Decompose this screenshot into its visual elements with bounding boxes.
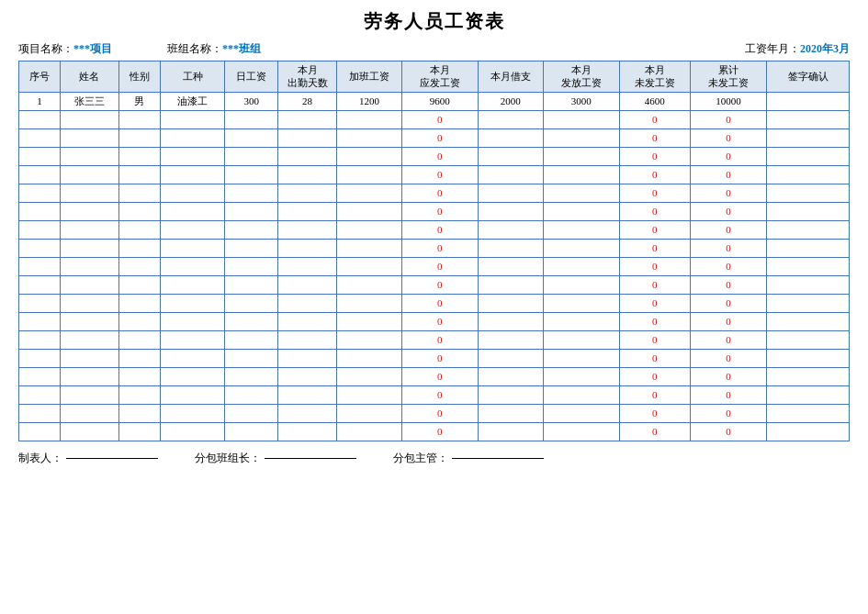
- cell-empty: [60, 385, 118, 404]
- cell-gender: 男: [118, 92, 160, 110]
- cell-empty: [225, 239, 278, 257]
- project-value: ***项目: [73, 41, 112, 57]
- cell-empty: [278, 404, 337, 422]
- cell-empty: [60, 220, 118, 239]
- cell-empty: [479, 239, 544, 257]
- cell-empty: [60, 184, 118, 202]
- cell-empty: [337, 184, 402, 202]
- cell-empty: [19, 330, 61, 349]
- cell-empty: [19, 202, 61, 220]
- table-row: 000: [19, 330, 850, 349]
- cell-zero: 0: [401, 257, 478, 275]
- cell-empty: [19, 275, 61, 294]
- cell-empty: [225, 110, 278, 128]
- cell-empty: [60, 257, 118, 275]
- cell-empty: [278, 184, 337, 202]
- cell-empty: [543, 202, 619, 220]
- cell-empty: [543, 110, 619, 128]
- cell-empty: [278, 202, 337, 220]
- cell-seq: 1: [19, 92, 61, 110]
- table-row: 000: [19, 257, 850, 275]
- cell-empty: [118, 257, 160, 275]
- cell-empty: [767, 330, 850, 349]
- cell-advance: 2000: [479, 92, 544, 110]
- cell-zero: 0: [619, 165, 690, 184]
- cell-empty: [543, 147, 619, 165]
- cell-empty: [543, 330, 619, 349]
- cell-empty: [479, 312, 544, 330]
- cell-empty: [225, 349, 278, 367]
- table-row: 000: [19, 128, 850, 147]
- cell-zero: 0: [690, 404, 766, 422]
- table-row: 000: [19, 349, 850, 367]
- cell-empty: [337, 165, 402, 184]
- cell-zero: 0: [619, 385, 690, 404]
- cell-empty: [118, 367, 160, 385]
- cell-zero: 0: [401, 312, 478, 330]
- cell-empty: [767, 257, 850, 275]
- cell-empty: [19, 220, 61, 239]
- cell-empty: [118, 330, 160, 349]
- cell-empty: [19, 367, 61, 385]
- cell-zero: 0: [401, 202, 478, 220]
- col-name: 姓名: [60, 61, 118, 93]
- cell-empty: [225, 128, 278, 147]
- cell-empty: [479, 128, 544, 147]
- cell-empty: [60, 275, 118, 294]
- cell-empty: [543, 184, 619, 202]
- table-row: 000: [19, 220, 850, 239]
- cell-zero: 0: [619, 404, 690, 422]
- cell-zero: 0: [401, 422, 478, 441]
- cell-empty: [479, 349, 544, 367]
- cell-empty: [543, 239, 619, 257]
- cell-zero: 0: [401, 294, 478, 312]
- cell-empty: [543, 367, 619, 385]
- cell-zero: 0: [401, 184, 478, 202]
- cell-daily-wage: 300: [225, 92, 278, 110]
- cell-empty: [19, 110, 61, 128]
- cell-zero: 0: [690, 110, 766, 128]
- cell-empty: [337, 110, 402, 128]
- cell-empty: [160, 220, 225, 239]
- col-unpaid-total: 累计未发工资: [690, 61, 766, 93]
- cell-empty: [160, 385, 225, 404]
- cell-empty: [337, 239, 402, 257]
- cell-empty: [225, 330, 278, 349]
- cell-empty: [118, 275, 160, 294]
- preparer-line: [66, 458, 158, 459]
- col-should-pay: 本月应发工资: [401, 61, 478, 93]
- cell-empty: [225, 422, 278, 441]
- cell-empty: [278, 165, 337, 184]
- cell-zero: 0: [401, 110, 478, 128]
- cell-empty: [479, 404, 544, 422]
- cell-name: 张三三: [60, 92, 118, 110]
- cell-empty: [19, 404, 61, 422]
- cell-empty: [160, 294, 225, 312]
- cell-empty: [160, 330, 225, 349]
- cell-empty: [160, 239, 225, 257]
- cell-empty: [225, 312, 278, 330]
- table-row: 000: [19, 367, 850, 385]
- cell-zero: 0: [690, 202, 766, 220]
- cell-empty: [225, 294, 278, 312]
- salary-year-label: 工资年月：: [745, 41, 800, 57]
- cell-zero: 0: [619, 330, 690, 349]
- cell-empty: [543, 312, 619, 330]
- cell-empty: [278, 110, 337, 128]
- cell-empty: [543, 349, 619, 367]
- cell-empty: [767, 110, 850, 128]
- cell-empty: [278, 312, 337, 330]
- cell-zero: 0: [690, 165, 766, 184]
- cell-zero: 0: [690, 349, 766, 367]
- cell-empty: [160, 128, 225, 147]
- cell-empty: [118, 165, 160, 184]
- cell-empty: [160, 275, 225, 294]
- cell-should-pay: 9600: [401, 92, 478, 110]
- cell-empty: [767, 202, 850, 220]
- col-attendance: 本月出勤天数: [278, 61, 337, 93]
- cell-empty: [60, 110, 118, 128]
- cell-empty: [60, 312, 118, 330]
- cell-empty: [60, 128, 118, 147]
- cell-empty: [767, 404, 850, 422]
- team-label: 班组名称：: [167, 41, 222, 57]
